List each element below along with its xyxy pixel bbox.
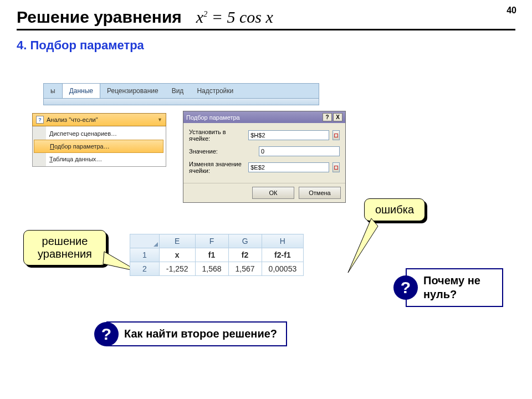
divider: [17, 29, 515, 30]
tab-view[interactable]: Вид: [165, 84, 191, 98]
question-mark-icon: ?: [94, 322, 119, 346]
tab-review[interactable]: Рецензирование: [100, 84, 165, 98]
goalseek-dialog: Подбор параметра ? X Установить в ячейке…: [183, 111, 346, 203]
cell[interactable]: x: [159, 248, 195, 262]
tab-addins[interactable]: Надстройки: [190, 84, 240, 98]
cell[interactable]: f2: [228, 248, 262, 262]
question-text: Почему не нуль?: [406, 268, 503, 307]
svg-marker-1: [348, 218, 378, 273]
whatif-icon: ?: [36, 116, 44, 124]
label-changing-cell: Изменяя значение ячейки:: [189, 161, 245, 174]
section-heading: 4. Подбор параметра: [17, 38, 515, 53]
question-text: Как найти второе решение?: [106, 321, 287, 346]
cell[interactable]: -1,252: [159, 262, 195, 276]
whatif-button[interactable]: ? Анализ "что-если" ▼: [32, 113, 166, 126]
ok-button[interactable]: ОК: [252, 187, 294, 199]
input-set-cell[interactable]: [248, 130, 329, 140]
question-second-solution: ? Как найти второе решение?: [94, 321, 287, 346]
whatif-label: Анализ "что-если": [47, 116, 98, 123]
tab-fragment: ы: [44, 84, 62, 98]
cell[interactable]: 0,00053: [262, 262, 304, 276]
slide-title: Решение уравнения: [17, 8, 182, 27]
row-header[interactable]: 2: [130, 262, 160, 276]
dialog-help-button[interactable]: ?: [323, 113, 332, 121]
question-why-not-zero: ? Почему не нуль?: [393, 268, 503, 307]
col-header[interactable]: F: [195, 234, 228, 248]
excel-ribbon: ы Данные Рецензирование Вид Надстройки: [43, 83, 319, 105]
select-all-corner[interactable]: [130, 234, 160, 248]
dialog-title: Подбор параметра: [186, 114, 240, 121]
page-number: 40: [507, 6, 516, 16]
cell[interactable]: 1,567: [228, 262, 262, 276]
menu-item-datatable[interactable]: Таблица данных…: [33, 153, 165, 165]
col-header[interactable]: H: [262, 234, 304, 248]
callout-solution: решение уравнения: [23, 230, 106, 265]
menu-item-scenarios[interactable]: Диспетчер сценариев…: [33, 127, 165, 140]
question-mark-icon: ?: [393, 275, 418, 300]
callout-tail: [345, 215, 383, 276]
input-to-value[interactable]: [259, 146, 340, 156]
cancel-button[interactable]: Отмена: [299, 187, 341, 199]
label-set-cell: Установить в ячейке:: [189, 129, 245, 142]
label-to-value: Значение:: [189, 148, 255, 155]
col-header[interactable]: G: [228, 234, 262, 248]
spreadsheet: E F G H 1 x f1 f2 f2-f1 2 -1,252 1,568 1…: [130, 234, 304, 276]
row-header[interactable]: 1: [130, 248, 160, 262]
range-picker-icon[interactable]: [332, 130, 340, 140]
menu-item-goalseek[interactable]: Подбор параметра…: [34, 140, 163, 153]
cell[interactable]: f2-f1: [262, 248, 304, 262]
equation: x2 = 5 cos x: [196, 8, 273, 27]
range-picker-icon[interactable]: [332, 162, 340, 172]
dialog-close-button[interactable]: X: [333, 113, 342, 121]
cell[interactable]: 1,568: [195, 262, 228, 276]
tab-data[interactable]: Данные: [62, 84, 100, 98]
cell[interactable]: f1: [195, 248, 228, 262]
input-changing-cell[interactable]: [248, 162, 329, 172]
chevron-down-icon: ▼: [157, 117, 162, 122]
col-header[interactable]: E: [159, 234, 195, 248]
whatif-dropdown: ? Анализ "что-если" ▼ Диспетчер сценарие…: [32, 113, 166, 167]
